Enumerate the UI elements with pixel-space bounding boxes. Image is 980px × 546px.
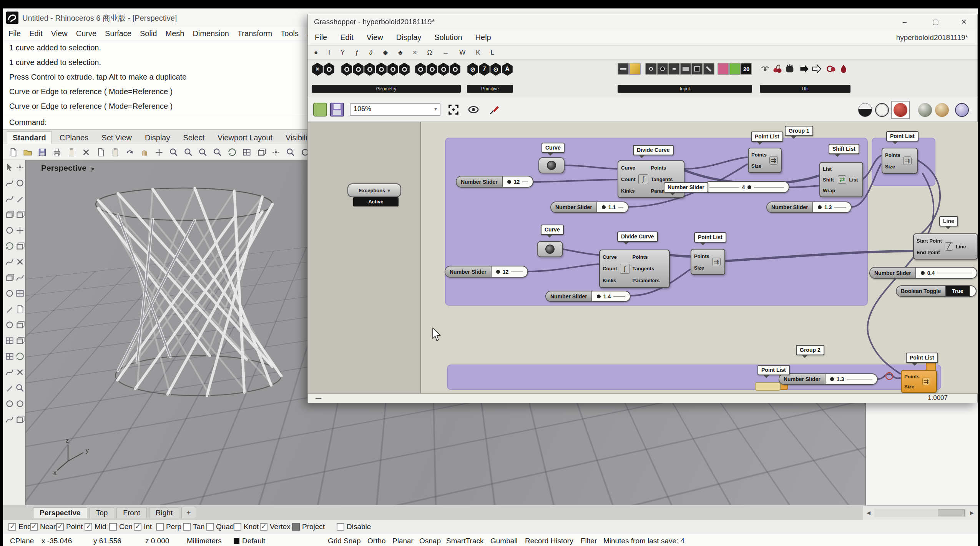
galapagos-icon[interactable] [772, 63, 783, 74]
preview-shaded-red-sphere-icon[interactable] [894, 103, 907, 117]
status-cplane[interactable]: CPlane [10, 537, 34, 545]
measure-tool-icon[interactable] [5, 383, 15, 393]
maximize-button[interactable]: ▢ [927, 17, 943, 27]
move-icon[interactable] [153, 146, 165, 158]
scroll-right-icon[interactable]: ▶ [966, 510, 978, 516]
boolean-toggle[interactable]: Boolean Toggle True [896, 285, 977, 297]
param-plane-icon[interactable] [352, 63, 364, 76]
toolbar-tab-setview[interactable]: Set View [96, 132, 137, 144]
boolean-tool-icon[interactable] [5, 288, 15, 298]
lock-tool-icon[interactable] [15, 320, 25, 330]
rhino-menu-view[interactable]: View [51, 29, 68, 38]
group-tool-icon[interactable] [15, 336, 25, 346]
point-list-component[interactable]: Points Size ⇉ [882, 148, 918, 174]
tab-params[interactable]: ● [314, 49, 318, 57]
gh-menu-display[interactable]: Display [396, 33, 422, 42]
rhino-menu-transform[interactable]: Transform [238, 29, 272, 38]
magnify-icon[interactable] [284, 146, 296, 158]
osnap-mid[interactable]: Mid [85, 523, 106, 531]
fitness-icon[interactable] [784, 63, 795, 74]
image-sampler-icon[interactable] [729, 63, 741, 75]
rhino-menu-curve[interactable]: Curve [76, 29, 96, 38]
mirror-tool-icon[interactable] [15, 351, 25, 361]
box-tool-icon[interactable] [15, 210, 25, 220]
rhino-menu-dimension[interactable]: Dimension [193, 29, 229, 38]
curve-param-component[interactable] [538, 157, 565, 173]
toggle-filter[interactable]: Filter [581, 537, 597, 545]
line-component[interactable]: Start Point End Point ╱ Line [913, 233, 978, 260]
wire[interactable] [789, 186, 819, 187]
viewport-title[interactable]: Perspective|▾ [41, 163, 94, 173]
wire[interactable] [725, 251, 913, 261]
analyze-tool-icon[interactable] [15, 383, 25, 393]
number-slider-icon[interactable] [618, 63, 629, 75]
exceptions-capsule[interactable]: Exceptions▾ [347, 183, 401, 197]
param-point-icon[interactable] [323, 63, 335, 76]
point-tool-icon[interactable] [15, 162, 25, 172]
layer-tool-icon[interactable] [5, 336, 15, 346]
boolean-toggle-value[interactable]: True [946, 286, 970, 296]
rotate-tool-icon[interactable] [5, 241, 15, 251]
group-label-primitive[interactable]: Primitive [467, 85, 513, 93]
wire[interactable] [533, 180, 617, 182]
param-geometry-generic-icon[interactable] [449, 63, 461, 76]
rotate-view-icon[interactable] [226, 146, 238, 158]
open-definition-icon[interactable] [313, 103, 327, 117]
preview-tan-sphere-icon[interactable] [935, 103, 949, 117]
slider-knob[interactable] [597, 295, 601, 298]
array-tool-icon[interactable] [5, 351, 15, 361]
grasshopper-title-bar[interactable]: Grasshopper - hyperboloid20181119* – ▢ ✕ [308, 14, 977, 30]
rhino-menu-solid[interactable]: Solid [140, 29, 157, 38]
toolbar-tab-cplanes[interactable]: CPlanes [54, 132, 94, 144]
loft-tool-icon[interactable] [15, 273, 25, 283]
tab-transform[interactable]: Ω [427, 49, 432, 57]
status-layer[interactable]: Default [242, 537, 265, 545]
rhino-menu-tools[interactable]: Tools [281, 29, 299, 38]
toggle-record-history[interactable]: Record History [525, 537, 573, 545]
close-button[interactable]: ✕ [956, 17, 972, 27]
hoopsnake-icon[interactable] [838, 63, 849, 74]
button-icon[interactable] [657, 63, 668, 75]
rhino-menu-edit[interactable]: Edit [29, 29, 42, 38]
chevron-down-icon[interactable]: |▾ [90, 166, 94, 172]
param-number-icon[interactable]: ⊙ [490, 63, 502, 76]
sphere-tool-icon[interactable] [5, 225, 15, 235]
point-icon[interactable] [270, 146, 282, 158]
param-field-icon[interactable] [438, 63, 449, 76]
home-icon[interactable] [255, 146, 267, 158]
osnap-project[interactable]: Project [292, 523, 325, 531]
wire[interactable] [684, 157, 747, 169]
exceptions-state[interactable]: Active [353, 197, 399, 206]
value-list-icon[interactable] [691, 63, 703, 75]
tab-intersect[interactable]: × [413, 49, 417, 57]
gh-menu-solution[interactable]: Solution [434, 33, 462, 42]
gh-menu-view[interactable]: View [367, 33, 383, 42]
slider-knob[interactable] [602, 205, 606, 209]
slider-knob[interactable] [818, 205, 822, 209]
fillet-tool-icon[interactable] [5, 257, 15, 267]
calendar-icon[interactable]: 20 [741, 63, 752, 75]
scrollbar-thumb[interactable] [938, 509, 965, 516]
toolbar-tab-display[interactable]: Display [140, 132, 176, 144]
shift-list-component[interactable]: List Shift Wrap ⇄ List [819, 162, 863, 197]
wire[interactable] [878, 374, 900, 379]
undo-icon[interactable] [124, 146, 136, 158]
group-label-util[interactable]: Util [760, 85, 850, 93]
number-slider-0-4[interactable]: Number Slider 0.4 [869, 267, 977, 279]
rhino-menu-file[interactable]: File [8, 29, 21, 38]
slider-knob[interactable] [507, 180, 511, 184]
tab-mesh[interactable]: ♣ [398, 49, 402, 57]
circle-tool-icon[interactable] [15, 178, 25, 188]
param-geometry-icon[interactable]: × [312, 63, 323, 76]
scale-tool-icon[interactable] [15, 241, 25, 251]
group-label-geometry[interactable]: Geometry [312, 85, 461, 93]
toggle-planar[interactable]: Planar [392, 537, 414, 545]
zoom-icon[interactable] [168, 146, 179, 158]
shade-tool-icon[interactable] [15, 399, 25, 409]
save-definition-icon[interactable] [330, 103, 344, 117]
number-slider-12b[interactable]: Number Slider 12 [445, 266, 528, 278]
graph-mapper-icon[interactable] [629, 63, 641, 75]
command-prompt[interactable]: Command: [9, 118, 47, 127]
viewport-tab-perspective[interactable]: Perspective [33, 507, 87, 518]
number-slider-12[interactable]: Number Slider 12 [456, 176, 533, 188]
